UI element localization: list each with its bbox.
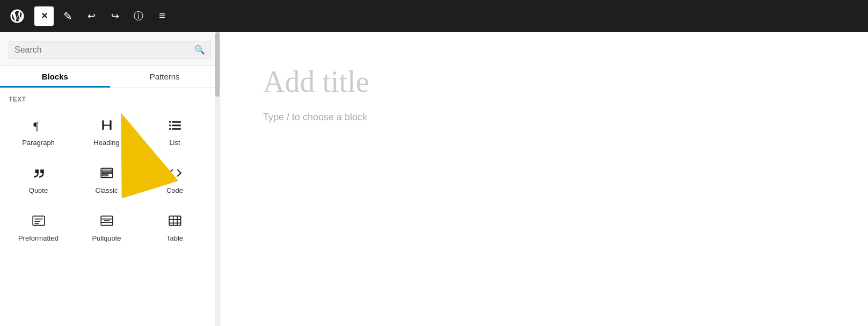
classic-icon [100, 166, 114, 182]
search-input[interactable] [14, 45, 194, 55]
redo-button[interactable]: ↪ [105, 6, 125, 26]
quote-label: Quote [29, 186, 48, 194]
undo-button[interactable]: ↩ [82, 6, 101, 26]
block-item-pullquote[interactable]: Pullquote [72, 203, 141, 251]
svg-rect-7 [169, 128, 171, 129]
svg-rect-6 [172, 125, 180, 126]
block-item-heading[interactable]: Heading [72, 107, 141, 155]
toolbar: ✕ ✎ ↩ ↪ ⓘ ≡ [0, 0, 868, 32]
table-label: Table [166, 234, 183, 242]
section-text-label: TEXT [0, 88, 220, 107]
heading-icon [100, 118, 114, 134]
wp-logo-button[interactable] [6, 5, 28, 27]
tabs-bar: Blocks Patterns [0, 66, 220, 88]
svg-rect-21 [169, 216, 181, 225]
svg-rect-8 [172, 128, 180, 129]
sidebar: 🔍 Blocks Patterns TEXT ¶ Paragraph [0, 32, 220, 326]
tab-patterns[interactable]: Patterns [110, 66, 220, 88]
block-item-list[interactable]: List [141, 107, 209, 155]
block-item-preformatted[interactable]: Preformatted [4, 203, 72, 251]
list-label: List [169, 139, 180, 147]
block-grid: ¶ Paragraph Heading [0, 107, 220, 251]
svg-rect-12 [102, 175, 108, 176]
edit-button[interactable]: ✎ [58, 6, 77, 26]
heading-label: Heading [93, 139, 119, 147]
code-label: Code [166, 186, 183, 194]
search-input-wrapper[interactable]: 🔍 [9, 41, 211, 59]
scrollbar-thumb[interactable] [215, 32, 220, 97]
pullquote-icon [100, 214, 114, 230]
editor-block-placeholder[interactable]: Type / to choose a block [263, 112, 825, 123]
paragraph-icon: ¶ [32, 118, 46, 134]
list-view-button[interactable]: ≡ [152, 6, 172, 26]
pullquote-label: Pullquote [92, 234, 121, 242]
sidebar-scrollbar[interactable] [215, 32, 220, 326]
tab-blocks[interactable]: Blocks [0, 66, 110, 88]
svg-rect-11 [102, 172, 111, 173]
info-button[interactable]: ⓘ [129, 6, 148, 26]
quote-icon [32, 166, 46, 182]
block-item-quote[interactable]: Quote [4, 155, 72, 203]
svg-rect-4 [172, 121, 180, 122]
search-section: 🔍 [0, 32, 220, 66]
list-icon [168, 118, 182, 134]
preformatted-icon [32, 214, 46, 230]
main-area: 🔍 Blocks Patterns TEXT ¶ Paragraph [0, 32, 868, 326]
paragraph-label: Paragraph [22, 139, 55, 147]
table-icon [168, 214, 182, 230]
search-icon[interactable]: 🔍 [194, 45, 205, 55]
block-item-classic[interactable]: Classic [72, 155, 141, 203]
classic-label: Classic [96, 186, 118, 194]
svg-rect-10 [102, 170, 111, 171]
preformatted-label: Preformatted [18, 234, 59, 242]
editor-area[interactable]: Add title Type / to choose a block [220, 32, 868, 326]
close-button[interactable]: ✕ [34, 6, 54, 26]
block-item-paragraph[interactable]: ¶ Paragraph [4, 107, 72, 155]
svg-text:¶: ¶ [33, 120, 39, 132]
block-item-code[interactable]: Code [141, 155, 209, 203]
svg-rect-5 [169, 125, 171, 126]
svg-rect-3 [169, 121, 171, 122]
editor-title-placeholder[interactable]: Add title [263, 64, 825, 99]
code-icon [168, 166, 182, 182]
block-item-table[interactable]: Table [141, 203, 209, 251]
